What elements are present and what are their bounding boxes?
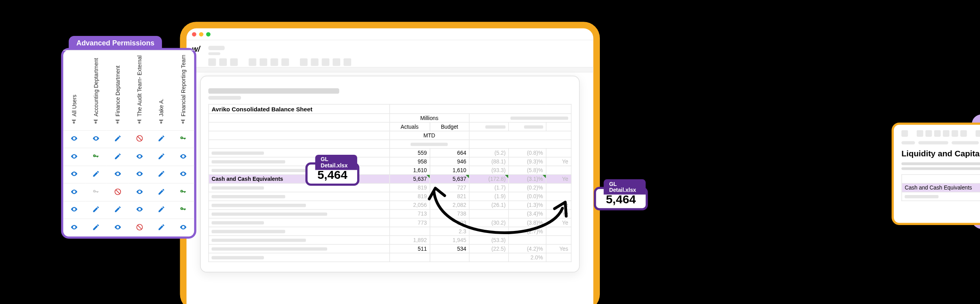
toolbar-button[interactable] bbox=[333, 58, 340, 66]
toolbar-button[interactable] bbox=[249, 58, 256, 66]
permission-cell-ban-icon[interactable] bbox=[129, 219, 151, 235]
window-maximize-icon[interactable] bbox=[206, 32, 211, 36]
table-row[interactable]: 559664(5.2)(0.8)% bbox=[209, 148, 571, 157]
permission-cell-eye-icon[interactable] bbox=[129, 201, 151, 217]
permission-column-header: Finance Deptartment bbox=[107, 50, 128, 130]
gl-detail-card[interactable]: GL Detail.xlsx 5,464 bbox=[305, 162, 360, 186]
table-row[interactable]: Cash and Cash Equivalents5,6375,637(172.… bbox=[209, 175, 571, 183]
permission-cell-ban-icon[interactable] bbox=[129, 130, 151, 146]
permission-cell-ban-icon[interactable] bbox=[107, 183, 128, 199]
toolbar-button[interactable] bbox=[270, 58, 278, 66]
permission-cell-pencil-icon[interactable] bbox=[151, 219, 172, 235]
permission-cell-eye-icon[interactable] bbox=[63, 183, 85, 199]
link-arrow-icon bbox=[415, 182, 589, 248]
window-close-icon[interactable] bbox=[192, 32, 196, 36]
permission-cell-greykey-icon[interactable] bbox=[85, 183, 107, 199]
svg-point-21 bbox=[181, 208, 182, 209]
tool-icon[interactable] bbox=[952, 130, 958, 137]
toolbar-button[interactable] bbox=[311, 58, 318, 66]
tool-icon[interactable] bbox=[976, 130, 980, 137]
svg-point-14 bbox=[94, 191, 95, 191]
tool-icon[interactable] bbox=[943, 130, 950, 137]
liquidity-table[interactable]: Cash and Cash Equivalents5,637(172.8)(3.… bbox=[901, 175, 980, 201]
permission-cell-eye-icon[interactable] bbox=[63, 130, 85, 146]
gl-detail-card-2[interactable]: GL Detail.xlsx 5,464 bbox=[594, 187, 648, 210]
svg-point-0 bbox=[74, 138, 75, 139]
permission-cell-key-icon[interactable] bbox=[172, 183, 194, 199]
svg-point-18 bbox=[181, 191, 182, 191]
permission-cell-pencil-icon[interactable] bbox=[151, 130, 172, 146]
permission-column-header: Financial Reporting Team bbox=[172, 50, 194, 130]
permission-column-header: Jake A. bbox=[151, 50, 172, 130]
permissions-panel: Advanced Permissions All UsersAccounting… bbox=[61, 48, 196, 238]
permission-cell-eye-icon[interactable] bbox=[107, 165, 128, 182]
tool-icon[interactable] bbox=[934, 130, 941, 137]
svg-point-6 bbox=[94, 155, 95, 156]
permission-cell-pencil-icon[interactable] bbox=[107, 130, 128, 146]
svg-point-10 bbox=[117, 173, 118, 175]
tool-icon[interactable] bbox=[925, 130, 932, 137]
col-budget: Budget bbox=[430, 122, 469, 131]
svg-point-9 bbox=[74, 173, 75, 175]
permission-cell-key-icon[interactable] bbox=[85, 148, 107, 164]
liq-row-label: Cash and Cash Equivalents bbox=[902, 183, 980, 192]
permission-cell-eye-icon[interactable] bbox=[129, 165, 151, 182]
permission-cell-pencil-icon[interactable] bbox=[85, 201, 107, 217]
permission-cell-pencil-icon[interactable] bbox=[151, 201, 172, 217]
gl-detail-tab-2: GL Detail.xlsx bbox=[604, 179, 646, 195]
permission-cell-pencil-icon[interactable] bbox=[151, 183, 172, 199]
svg-point-8 bbox=[183, 156, 184, 157]
permission-cell-eye-icon[interactable] bbox=[63, 165, 85, 182]
permission-cell-eye-icon[interactable] bbox=[63, 148, 85, 164]
toolbar-button[interactable] bbox=[230, 58, 237, 66]
liquidity-title: Liquidity and Capital Resources bbox=[901, 149, 980, 158]
tool-icon[interactable] bbox=[917, 130, 923, 137]
window-minimize-icon[interactable] bbox=[199, 32, 204, 36]
permission-cell-pencil-icon[interactable] bbox=[151, 165, 172, 182]
permission-cell-pencil-icon[interactable] bbox=[85, 219, 107, 235]
permission-cell-pencil-icon[interactable] bbox=[107, 148, 128, 164]
permission-cell-eye-icon[interactable] bbox=[129, 183, 151, 199]
permission-cell-eye-icon[interactable] bbox=[107, 219, 128, 235]
permission-cell-eye-icon[interactable] bbox=[129, 148, 151, 164]
svg-line-3 bbox=[138, 137, 141, 141]
toolbar bbox=[208, 57, 593, 67]
permission-cell-key-icon[interactable] bbox=[172, 130, 194, 146]
permission-cell-pencil-icon[interactable] bbox=[151, 148, 172, 164]
tool-icon[interactable] bbox=[960, 130, 967, 137]
permission-cell-eye-icon[interactable] bbox=[172, 165, 194, 182]
svg-point-11 bbox=[139, 173, 140, 175]
svg-point-1 bbox=[95, 138, 96, 139]
svg-point-26 bbox=[183, 227, 184, 228]
permission-cell-pencil-icon[interactable] bbox=[85, 165, 107, 182]
permission-cell-eye-icon[interactable] bbox=[63, 219, 85, 235]
toolbar-button[interactable] bbox=[322, 58, 329, 66]
table-row[interactable]: 958946(88.1)(9.3)%Ye bbox=[209, 157, 571, 166]
permission-cell-key-icon[interactable] bbox=[172, 201, 194, 217]
svg-point-4 bbox=[181, 137, 182, 138]
tool-icon[interactable] bbox=[901, 130, 908, 137]
table-row[interactable]: 1,6101,610(93.3)(5.8)% bbox=[209, 166, 571, 175]
permission-cell-eye-icon[interactable] bbox=[85, 130, 107, 146]
permission-column-header: The Audit Team- External bbox=[129, 50, 151, 130]
toolbar-button[interactable] bbox=[300, 58, 307, 66]
gl-detail-tab: GL Detail.xlsx bbox=[315, 155, 357, 170]
svg-point-13 bbox=[74, 191, 75, 192]
permission-cell-eye-icon[interactable] bbox=[63, 201, 85, 217]
toolbar-button[interactable] bbox=[281, 58, 289, 66]
svg-point-17 bbox=[139, 191, 140, 192]
svg-line-25 bbox=[138, 225, 141, 229]
toolbar-button[interactable] bbox=[260, 58, 267, 66]
toolbar-button[interactable] bbox=[208, 58, 216, 66]
sparkle-icon bbox=[53, 26, 69, 41]
svg-point-19 bbox=[74, 209, 75, 210]
permission-cell-eye-icon[interactable] bbox=[172, 219, 194, 235]
permission-column-header: All Users bbox=[63, 50, 85, 130]
permission-cell-pencil-icon[interactable] bbox=[107, 201, 128, 217]
toolbar-button[interactable] bbox=[219, 58, 227, 66]
period-label: MTD bbox=[389, 131, 469, 140]
toolbar-button[interactable] bbox=[343, 58, 351, 66]
table-row[interactable]: 2.0% bbox=[209, 253, 571, 262]
permission-cell-eye-icon[interactable] bbox=[172, 148, 194, 164]
units-label: Millions bbox=[389, 114, 469, 122]
